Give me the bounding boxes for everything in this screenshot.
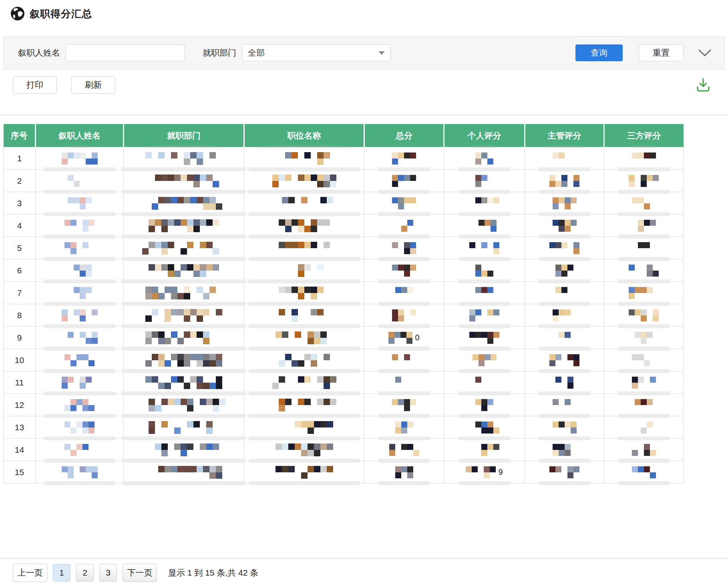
prev-page-button[interactable]: 上一页 xyxy=(13,564,47,582)
redaction-smear xyxy=(378,369,430,373)
redacted-content xyxy=(124,304,244,326)
redaction-smear xyxy=(248,324,360,328)
redacted-cell-personal xyxy=(444,237,525,259)
redacted-cell-position xyxy=(244,147,364,170)
redaction-smear xyxy=(539,459,591,463)
redacted-cell-position xyxy=(244,327,364,349)
redacted-cell-dept xyxy=(124,259,244,282)
redaction-smear xyxy=(248,347,360,351)
redaction-smear xyxy=(44,324,116,328)
redacted-content xyxy=(124,147,244,169)
redacted-cell-total xyxy=(364,282,444,304)
redacted-cell-position xyxy=(244,439,364,461)
next-page-button[interactable]: 下一页 xyxy=(123,564,157,582)
query-button[interactable]: 查询 xyxy=(575,44,623,61)
redacted-cell-name xyxy=(36,349,124,371)
redacted-content xyxy=(244,439,364,461)
redacted-cell-personal xyxy=(444,327,525,349)
redacted-cell-total xyxy=(364,304,444,327)
column-header-label: 序号 xyxy=(11,131,28,140)
redaction-smear xyxy=(618,302,670,306)
redacted-content xyxy=(244,327,364,349)
redacted-content xyxy=(364,282,444,304)
redaction-smear xyxy=(122,167,246,171)
redacted-content xyxy=(124,327,244,349)
page-button-1[interactable]: 1 xyxy=(53,564,70,582)
redacted-cell-dept xyxy=(124,461,244,484)
redacted-cell-supervisor xyxy=(525,349,604,371)
refresh-button[interactable]: 刷新 xyxy=(71,76,115,94)
table-row: 8 xyxy=(4,304,684,327)
redacted-content xyxy=(36,282,123,304)
table-row: 6 xyxy=(4,259,684,282)
column-header-label: 叙职人姓名 xyxy=(58,131,101,140)
redacted-cell-total xyxy=(364,170,444,192)
redacted-cell-supervisor xyxy=(525,215,604,237)
table-row: 10 xyxy=(4,349,684,371)
section-divider xyxy=(0,114,728,115)
redacted-content xyxy=(525,439,604,461)
row-index-cell: 2 xyxy=(4,170,36,192)
redacted-content xyxy=(364,215,444,237)
redacted-cell-third xyxy=(604,304,684,327)
table-row: 7 xyxy=(4,282,684,304)
redaction-smear xyxy=(378,414,430,418)
redacted-cell-dept xyxy=(124,304,244,327)
page-button-3[interactable]: 3 xyxy=(99,564,117,582)
redaction-smear xyxy=(459,459,511,463)
redacted-cell-personal xyxy=(444,282,525,304)
redacted-cell-position xyxy=(244,282,364,304)
redacted-content: 0 xyxy=(364,327,444,349)
column-header-total: 总分 xyxy=(364,124,444,147)
reset-button[interactable]: 重置 xyxy=(639,44,684,61)
redacted-cell-total xyxy=(364,461,444,484)
dept-filter-select[interactable]: 全部 xyxy=(242,44,391,61)
title-bar: 叙职得分汇总 xyxy=(0,0,728,24)
redacted-content xyxy=(525,259,604,281)
redaction-smear xyxy=(378,481,430,485)
redacted-cell-dept xyxy=(124,439,244,461)
redacted-content xyxy=(244,147,364,169)
redacted-content xyxy=(36,394,123,416)
redacted-content xyxy=(525,304,604,326)
redacted-content xyxy=(244,237,364,259)
redacted-cell-name xyxy=(36,439,124,461)
redaction-smear xyxy=(122,347,246,351)
redacted-cell-third xyxy=(604,439,684,461)
redaction-smear xyxy=(248,414,360,418)
redacted-content xyxy=(364,192,444,214)
redacted-cell-third xyxy=(604,215,684,237)
column-header-label: 主管评分 xyxy=(548,131,581,140)
name-filter-input[interactable] xyxy=(66,44,185,61)
redaction-smear xyxy=(44,212,116,216)
redacted-content xyxy=(525,282,604,304)
collapse-filters-toggle[interactable] xyxy=(698,48,712,57)
redacted-cell-name xyxy=(36,371,124,394)
redacted-cell-dept xyxy=(124,282,244,304)
row-index-cell: 6 xyxy=(4,259,36,282)
redaction-smear xyxy=(122,324,246,328)
redaction-smear xyxy=(618,279,670,283)
download-icon[interactable] xyxy=(696,77,710,92)
redacted-cell-personal xyxy=(444,259,525,282)
redacted-content xyxy=(124,439,244,461)
redacted-content xyxy=(364,147,444,169)
table-row: 13 xyxy=(4,416,684,439)
redacted-cell-total xyxy=(364,192,444,215)
page-button-2[interactable]: 2 xyxy=(76,564,94,582)
redaction-smear xyxy=(618,235,670,239)
redacted-content xyxy=(364,371,444,393)
redacted-cell-total xyxy=(364,416,444,439)
print-button[interactable]: 打印 xyxy=(13,76,57,94)
redaction-smear xyxy=(539,324,591,328)
redacted-cell-personal xyxy=(444,170,525,192)
redaction-smear xyxy=(378,212,430,216)
redaction-smear xyxy=(122,257,246,261)
redacted-cell-personal: 9 xyxy=(444,461,525,484)
redacted-content xyxy=(36,371,123,393)
redacted-cell-dept xyxy=(124,170,244,192)
redaction-smear xyxy=(122,459,246,463)
redaction-smear xyxy=(378,257,430,261)
redaction-smear xyxy=(459,190,511,194)
redacted-cell-total xyxy=(364,439,444,461)
